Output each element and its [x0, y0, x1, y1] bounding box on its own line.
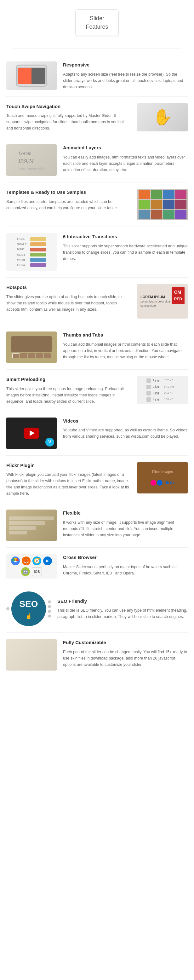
android-icon: 🤖	[21, 567, 30, 576]
layers-title-text: Lorem	[19, 150, 45, 157]
preloading-text: Smart Preloading This slider gives you t…	[6, 376, 131, 405]
feature-touch-swipe: ✋ Touch Swipe Navigation Touch and mouse…	[0, 97, 194, 138]
thumbs-tabs-text: Thumbs and Tabs You can add thumbnail im…	[63, 331, 188, 360]
feature-flickr: Flickr Images flickr Flickr Plugin With …	[0, 456, 194, 503]
flex-strip-3	[9, 526, 36, 530]
hand-tablet-mockup: ✋	[137, 103, 188, 131]
flex-strip-4	[9, 531, 27, 535]
transition-scale: SCALE	[17, 242, 46, 247]
flickr-dot-pink	[151, 480, 156, 485]
animated-layers-title: Animated Layers	[63, 144, 188, 151]
seo-label: SEO	[19, 597, 38, 611]
preload-name-2: 2.jpg	[153, 385, 162, 389]
responsive-image	[6, 62, 57, 90]
transition-mind-label: MIND	[17, 247, 29, 252]
preloading-desc: This slider gives you three options for …	[6, 386, 131, 405]
template-cell-4	[175, 190, 187, 199]
flexible-desc: It works with any size of image. It supp…	[63, 519, 188, 538]
preload-name-3: 3.jpg	[153, 391, 162, 396]
transitions-mockup: FADE SCALE MIND SLIDE WAVE	[6, 233, 57, 271]
preload-file-icon-2	[146, 385, 151, 389]
thumbs-strip	[12, 353, 51, 358]
feature-preloading: 1.jpg 137 KB 2.jpg 84.2 KB 3.jpg 204 KB	[0, 370, 194, 411]
play-triangle-icon	[30, 430, 35, 436]
thumbs-inner	[6, 331, 57, 363]
hotspot-red-line1: OM	[174, 290, 181, 294]
ios-icon: iOS	[32, 567, 42, 576]
flickr-text: Flickr Plugin With Flickr plugin you can…	[6, 462, 131, 497]
preload-size-1: 137 KB	[164, 379, 177, 383]
seo-dot-3	[48, 605, 51, 608]
thumb-5	[44, 353, 51, 358]
vimeo-icon: V	[45, 438, 54, 447]
preload-row-2: 2.jpg 84.2 KB	[146, 385, 178, 389]
template-cell-10	[151, 210, 162, 219]
transition-flow-label: FLOW	[17, 263, 29, 267]
preload-name-4: 4.jpg	[153, 397, 162, 402]
phone-screen-left	[18, 68, 32, 84]
layers-mockup: Lorem IPSUM Lorem ipsum dolor ›	[6, 144, 57, 176]
animated-layers-text: Animated Layers You can easily add image…	[63, 144, 188, 173]
thumbs-main-img	[11, 336, 52, 352]
transitions-image: FADE SCALE MIND SLIDE WAVE	[6, 233, 57, 271]
flex-strip-2	[9, 521, 45, 525]
hotspot-red-line2: RED	[174, 297, 182, 301]
touch-swipe-image: ✋	[137, 103, 188, 131]
thumbs-tabs-desc: You can add thumbnail images or html con…	[63, 341, 188, 360]
transition-scale-bar	[30, 242, 46, 246]
customizable-title: Fully Customizable	[63, 639, 188, 646]
template-cell-6	[151, 200, 162, 209]
hotspots-image: LOREM IPSUM Lorem ipsum dolor sit amet, …	[137, 284, 188, 318]
transition-fade: FADE	[17, 237, 46, 241]
feature-seo: SEO ☝ SEO Friendly This slider is SEO fr…	[0, 585, 194, 632]
flexible-text: Flexible It works with any size of image…	[63, 509, 188, 538]
header-title: Slider	[90, 15, 104, 21]
hotspots-title: Hotspots	[6, 284, 131, 291]
videos-desc: Youtube and Vimeo are supported, as well…	[63, 427, 188, 439]
seo-dot-1	[6, 607, 10, 610]
flex-strip-1	[9, 517, 54, 520]
feature-customizable: Fully Customizable Each part of the slid…	[0, 633, 194, 677]
template-cell-8	[175, 200, 187, 209]
layers-content: Lorem IPSUM Lorem ipsum dolor	[14, 144, 49, 176]
seo-dot-5	[48, 614, 51, 617]
transition-mind-bar	[30, 248, 46, 251]
flexible-image	[6, 509, 57, 541]
preload-size-4: 154 KB	[164, 397, 177, 402]
customizable-desc: Each part of the slider can be changed e…	[63, 649, 188, 668]
transitions-title: 6 Interactive Transitions	[63, 233, 188, 240]
thumb-4	[36, 353, 43, 358]
transitions-desc: This slider supports six super smooth ha…	[63, 243, 188, 262]
thumbs-tabs-title: Thumbs and Tabs	[63, 331, 188, 339]
hotspots-desc: The slider gives you the option of addin…	[6, 294, 131, 313]
preloading-title: Smart Preloading	[6, 376, 131, 383]
preload-size-2: 84.2 KB	[164, 385, 177, 389]
seo-circle: SEO ☝	[11, 592, 46, 626]
seo-desc: This slider is SEO friendly. You can use…	[57, 607, 188, 620]
customizable-mockup	[6, 639, 57, 671]
seo-dots-row: SEO ☝	[6, 592, 51, 626]
feature-videos: V Videos Youtube and Vimeo are supported…	[0, 411, 194, 455]
videos-image: V	[6, 417, 57, 449]
seo-dot-4	[48, 610, 51, 613]
header-badge: Slider Features	[75, 10, 118, 36]
thumb-2	[20, 353, 27, 358]
responsive-desc: Adapts to any screen size (feel free to …	[63, 71, 188, 90]
templates-image	[137, 189, 188, 220]
layers-arrow-icon: ›	[51, 155, 54, 165]
transition-mind: MIND	[17, 247, 46, 252]
feature-responsive: Responsive Adapts to any screen size (fe…	[0, 55, 194, 96]
feature-cross-browser: Cross Browser Master Slider works perfec…	[0, 548, 194, 585]
phone-screen-right	[32, 68, 45, 84]
layers-sub-text: Lorem ipsum dolor	[19, 166, 45, 171]
flickr-text-label: flickr	[164, 479, 175, 486]
templates-grid	[137, 189, 188, 220]
flickr-desc: With Flickr plugin you can add your flic…	[6, 471, 131, 496]
preload-file-icon-3	[146, 391, 151, 396]
header-subtitle: Features	[86, 24, 108, 30]
templates-mockup	[137, 189, 188, 220]
seo-text: SEO Friendly This slider is SEO friendly…	[57, 598, 188, 620]
template-cell-11	[163, 210, 175, 219]
preload-mockup: 1.jpg 137 KB 2.jpg 84.2 KB 3.jpg 204 KB	[137, 376, 188, 404]
flickr-dot-blue	[157, 480, 162, 485]
